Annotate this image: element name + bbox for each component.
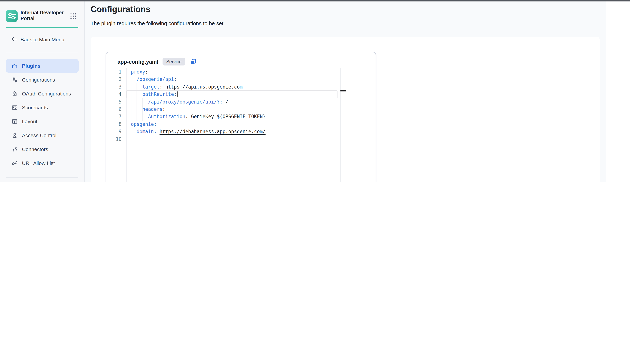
code-line-row: 8opsgenie: xyxy=(106,120,373,128)
idp-logo-icon xyxy=(6,10,18,22)
line-number: 7 xyxy=(106,113,122,121)
code-line: domain: https://debaharness.app.opsgenie… xyxy=(131,128,266,136)
line-number: 1 xyxy=(106,68,122,76)
line-number: 4 xyxy=(106,91,122,98)
sidebar-item-label: Configurations xyxy=(22,77,55,83)
right-rail: AIDA xyxy=(606,1,630,182)
layout-icon xyxy=(11,118,18,125)
sidebar-item-label: Access Control xyxy=(22,132,56,138)
editor-header: app-config.yaml Service xyxy=(118,56,197,67)
line-number: 5 xyxy=(106,98,122,106)
line-number: 9 xyxy=(106,128,122,136)
sidebar-item-oauth-configurations[interactable]: OAuth Configurations xyxy=(6,87,79,101)
scorecard-icon xyxy=(11,104,18,111)
sidebar-item-url-allow-list[interactable]: URL Allow List xyxy=(6,156,79,170)
code-line: headers: xyxy=(131,106,165,113)
code-line: /opsgenie/api: xyxy=(131,76,177,83)
sidebar-item-layout[interactable]: Layout xyxy=(6,114,79,128)
line-number: 6 xyxy=(106,106,122,113)
sidebar-item-label: Scorecards xyxy=(22,105,48,110)
code-line-row: 1proxy: xyxy=(106,68,373,76)
line-number: 10 xyxy=(106,136,122,143)
connectors-icon xyxy=(11,146,18,153)
brand-underline xyxy=(6,27,78,28)
code-line-row: 3 target: https://api.us.opsgenie.com xyxy=(106,83,373,91)
yaml-editor-panel: app-config.yaml Service 1proxy:2 /opsgen xyxy=(106,52,376,182)
service-badge: Service xyxy=(162,58,185,65)
app-root: Internal Developer Portal Back to Main M… xyxy=(0,0,630,182)
code-line: target: https://api.us.opsgenie.com xyxy=(131,83,243,91)
gears-icon xyxy=(11,76,18,83)
sidebar-item-scorecards[interactable]: Scorecards xyxy=(6,101,79,114)
code-line-row: 10 xyxy=(106,136,373,143)
sidebar-item-label: Connectors xyxy=(22,146,48,152)
active-line-highlight xyxy=(126,90,337,98)
line-number: 8 xyxy=(106,120,122,128)
sidebar-item-label: Layout xyxy=(22,118,37,124)
code-line: opsgenie: xyxy=(131,120,157,128)
main-content: Configurations The plugin requires the f… xyxy=(84,1,606,182)
copy-icon[interactable] xyxy=(190,58,197,65)
sidebar-item-plugins[interactable]: Plugins xyxy=(6,59,79,73)
sidebar-item-label: URL Allow List xyxy=(22,160,55,166)
sidebar-item-connectors[interactable]: Connectors xyxy=(6,142,79,156)
code-line: /api/proxy/opsgenie/api/?: / xyxy=(131,98,228,106)
sidebar-item-access-control[interactable]: Access Control xyxy=(6,128,79,142)
sidebar-nav: PluginsConfigurationsOAuth Configuration… xyxy=(6,59,79,170)
back-label: Back to Main Menu xyxy=(20,36,64,42)
brand-title: Internal Developer Portal xyxy=(20,10,68,21)
code-line: Authorization: GenieKey ${OPSGENIE_TOKEN… xyxy=(131,113,266,121)
code-line-row: 2 /opsgenie/api: xyxy=(106,76,373,83)
code-line-row: 9 domain: https://debaharness.app.opsgen… xyxy=(106,128,373,136)
page-subtitle: The plugin requires the following config… xyxy=(90,20,225,26)
filename: app-config.yaml xyxy=(118,59,158,64)
lock-icon xyxy=(11,90,18,97)
back-to-main-menu[interactable]: Back to Main Menu xyxy=(10,35,64,43)
brand: Internal Developer Portal xyxy=(6,10,78,24)
apps-grid-icon[interactable] xyxy=(70,13,76,19)
divider xyxy=(6,53,78,53)
puzzle-icon xyxy=(11,62,18,69)
sidebar: Internal Developer Portal Back to Main M… xyxy=(0,1,84,182)
code-line: proxy: xyxy=(131,68,148,76)
sidebar-item-configurations[interactable]: Configurations xyxy=(6,73,79,87)
code-line-row: 7 Authorization: GenieKey ${OPSGENIE_TOK… xyxy=(106,113,373,121)
line-number: 3 xyxy=(106,83,122,91)
window-top-edge xyxy=(0,0,630,1)
sidebar-item-label: OAuth Configurations xyxy=(22,91,71,97)
sidebar-item-label: Plugins xyxy=(22,63,40,69)
back-arrow-icon xyxy=(10,35,18,43)
person-icon xyxy=(11,132,18,139)
code-line-row: 6 headers: xyxy=(106,106,373,113)
code-line-row: 4 pathRewrite: xyxy=(106,91,373,98)
line-number: 2 xyxy=(106,76,122,83)
page-title: Configurations xyxy=(90,4,150,14)
divider xyxy=(6,177,78,178)
code-line-row: 5 /api/proxy/opsgenie/api/?: / xyxy=(106,98,373,106)
code-editor[interactable]: 1proxy:2 /opsgenie/api:3 target: https:/… xyxy=(106,68,373,143)
configurations-card: app-config.yaml Service 1proxy:2 /opsgen xyxy=(91,36,600,182)
link-icon xyxy=(11,160,18,166)
